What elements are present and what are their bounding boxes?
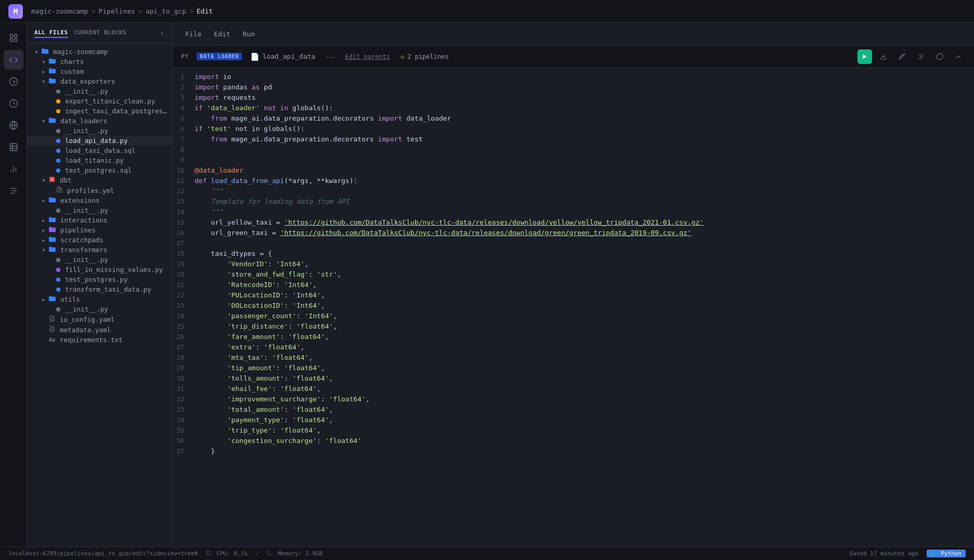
breadcrumb-sep-1: >	[92, 7, 96, 15]
tree-item-ingest_taxi_data_postgres_py[interactable]: ▶ingest_taxi_data_postgres.py	[27, 106, 172, 116]
line-content: }	[195, 446, 966, 457]
line-number: 1	[173, 72, 195, 82]
tree-item-label: utils	[60, 295, 80, 303]
tree-item-label: ingest_taxi_data_postgres.py	[65, 107, 168, 115]
line-number: 26	[173, 332, 195, 342]
tree-item-fill_in_missing_values_py[interactable]: ▶fill_in_missing_values.py	[27, 265, 172, 275]
tree-item-__init___py[interactable]: ▶__init__.py	[27, 205, 172, 215]
tree-item-data_loaders[interactable]: data_loaders	[27, 116, 172, 126]
tree-item-io_config_yaml[interactable]: ▶io_config.yaml	[27, 314, 172, 324]
tab-current-blocks[interactable]: CURRENT BLOCKS	[74, 28, 126, 38]
tab-bar: PY DATA LOADER 📄 load_api_data ←→ Edit p…	[173, 46, 974, 68]
line-content: 'ehail_fee': 'float64',	[195, 384, 966, 394]
file-dot-icon	[56, 109, 60, 113]
line-content: 'VendorID': 'Int64',	[195, 259, 966, 269]
menu-file[interactable]: File	[181, 28, 206, 40]
line-number: 15	[173, 217, 195, 228]
tree-item-label: load_titanic.py	[65, 157, 124, 164]
nav-code-icon[interactable]	[4, 50, 23, 70]
status-separator-1: /	[255, 550, 259, 557]
tree-item-label: __init__.py	[65, 87, 108, 95]
line-content: 'tolls_amount': 'float64',	[195, 373, 966, 384]
tree-item-dbt[interactable]: dbt	[27, 175, 172, 185]
sidebar-tabs: ALL FILES CURRENT BLOCKS	[34, 28, 126, 38]
line-content: 'mta_tax': 'float64',	[195, 353, 966, 363]
tree-item-test_postgres_sql[interactable]: ▶test_postgres.sql	[27, 165, 172, 175]
tree-item-data_exporters[interactable]: data_exporters	[27, 76, 172, 86]
tree-item-magic_zoomcamp[interactable]: magic-zoomcamp	[27, 47, 172, 57]
code-line: 1import io	[173, 72, 974, 82]
sliders-icon-btn[interactable]	[914, 49, 928, 64]
tree-item-transformers[interactable]: transformers	[27, 245, 172, 255]
tree-item-label: test_postgres.sql	[65, 166, 132, 174]
file-dot-icon	[56, 268, 60, 272]
tree-item-interactions[interactable]: interactions	[27, 215, 172, 225]
nav-run-icon[interactable]	[4, 72, 23, 92]
nav-globe-icon[interactable]	[4, 115, 23, 135]
code-line: 9	[173, 155, 974, 165]
tree-item-test_postgres_py[interactable]: ▶test_postgres.py	[27, 275, 172, 284]
tree-item-label: scratchpads	[60, 236, 104, 244]
tree-item-__init___py[interactable]: ▶__init__.py	[27, 126, 172, 136]
tree-item-load_api_data_py[interactable]: ▶load_api_data.py	[27, 136, 172, 146]
code-line: 7 from mage_ai.data_preparation.decorato…	[173, 134, 974, 145]
nav-grid-icon[interactable]	[4, 28, 23, 48]
wand-icon-btn[interactable]	[895, 49, 909, 64]
tree-item-__init___py[interactable]: ▶__init__.py	[27, 255, 172, 265]
tree-item-label: data_exporters	[60, 77, 115, 85]
tree-item-__init___py[interactable]: ▶__init__.py	[27, 304, 172, 314]
line-content: def load_data_from_api(*args, **kwargs):	[195, 176, 966, 186]
breadcrumb-sep-3: >	[189, 7, 194, 15]
breadcrumb-part-2[interactable]: Pipelines	[98, 7, 135, 15]
statusbar-right: Saved 17 minutes ago Python	[850, 550, 966, 557]
menu-edit[interactable]: Edit	[210, 28, 234, 40]
edit-parents-link[interactable]: Edit parents	[345, 53, 390, 60]
nav-clock-icon[interactable]	[4, 94, 23, 113]
tree-item-profiles_yml[interactable]: ▶profiles.yml	[27, 185, 172, 196]
line-content: 'PULocationID': 'Int64',	[195, 290, 966, 301]
download-icon-btn[interactable]	[876, 49, 891, 64]
breadcrumb-part-3[interactable]: api_to_gcp	[146, 7, 186, 15]
tab-all-files[interactable]: ALL FILES	[34, 28, 68, 38]
statusbar: localhost:6789/pipelines/api_to_gcp/edit…	[0, 546, 974, 560]
language-badge: Python	[927, 550, 966, 557]
line-number: 33	[173, 405, 195, 415]
nav-settings-icon[interactable]	[4, 181, 23, 201]
code-line: 32 'improvement_surcharge': 'float64',	[173, 394, 974, 405]
tree-item-custom[interactable]: custom	[27, 67, 172, 76]
status-cpu: CPU: 0.1%	[206, 550, 247, 557]
run-button[interactable]	[857, 49, 872, 64]
tree-item-utils[interactable]: utils	[27, 294, 172, 304]
code-editor[interactable]: 1import io2import pandas as pd3import re…	[173, 68, 974, 546]
code-line: 28 'mta_tax': 'float64',	[173, 353, 974, 363]
file-dot-icon	[56, 159, 60, 163]
tree-item-load_titanic_py[interactable]: ▶load_titanic.py	[27, 155, 172, 165]
tree-item-export_titanic_clean_py[interactable]: ▶export_titanic_clean.py	[27, 96, 172, 106]
tree-item-__init___py[interactable]: ▶__init__.py	[27, 86, 172, 96]
nav-table-icon[interactable]	[4, 137, 23, 157]
tree-item-load_taxi_data_sql[interactable]: ▶load_taxi_data.sql	[27, 146, 172, 155]
file-name: load_api_data	[262, 53, 315, 60]
chevron-up-icon-btn[interactable]	[951, 49, 966, 64]
breadcrumb-part-1[interactable]: magic-zoomcamp	[31, 7, 88, 15]
file-dot-icon	[56, 258, 60, 262]
tree-item-extensions[interactable]: extensions	[27, 196, 172, 205]
code-line: 10@data_loader	[173, 165, 974, 176]
breadcrumb: magic-zoomcamp > Pipelines > api_to_gcp …	[31, 7, 213, 15]
tree-item-pipelines[interactable]: pipelines	[27, 225, 172, 235]
tree-item-metadata_yaml[interactable]: ▶metadata.yaml	[27, 324, 172, 335]
menu-run[interactable]: Run	[239, 28, 259, 40]
editor-area: File Edit Run PY DATA LOADER 📄 load_api_…	[173, 23, 974, 546]
tree-item-label: __init__.py	[65, 305, 108, 313]
sidebar-collapse-icon[interactable]: ‹	[160, 28, 165, 38]
tree-item-requirements_txt[interactable]: ▶Aarequirements.txt	[27, 335, 172, 345]
circle-icon-btn[interactable]	[932, 49, 947, 64]
tree-item-label: profiles.yml	[67, 187, 114, 194]
tree-item-label: __init__.py	[65, 127, 108, 135]
tree-item-scratchpads[interactable]: scratchpads	[27, 235, 172, 245]
folder-icon	[42, 48, 48, 56]
nav-chart-icon[interactable]	[4, 159, 23, 179]
tree-item-charts[interactable]: charts	[27, 57, 172, 67]
line-number: 12	[173, 186, 195, 197]
tree-item-transform_taxi_data_py[interactable]: ▶transform_taxi_data.py	[27, 284, 172, 294]
